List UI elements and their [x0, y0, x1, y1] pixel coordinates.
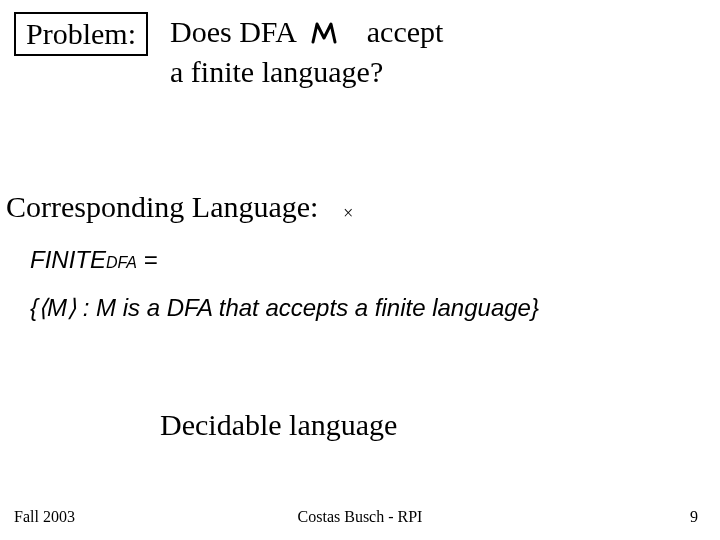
- problem-question-line2: a finite language?: [170, 52, 383, 92]
- corresponding-language-heading: Corresponding Language:: [6, 190, 318, 224]
- text-dfa-sub: DFA: [106, 254, 137, 271]
- text-M-var: M: [47, 294, 67, 321]
- cursor-cross: ×: [342, 203, 354, 224]
- text-does-dfa: Does DFA: [170, 15, 295, 48]
- symbol-M: [310, 16, 344, 56]
- finite-definition-set: {⟨M⟩ : M is a DFA that accepts a finite …: [30, 294, 539, 322]
- text-accept: accept: [367, 15, 444, 48]
- text-corresponding: Corresponding Language:: [6, 190, 318, 223]
- text-finite-lang: a finite language?: [170, 55, 383, 88]
- problem-question-line1: Does DFA accept: [170, 12, 443, 56]
- finite-definition-lhs: FINITEDFA =: [30, 246, 158, 274]
- text-set-open: {⟨: [30, 294, 47, 321]
- text-M-var2: M: [96, 294, 116, 321]
- footer-author: Costas Busch - RPI: [0, 508, 720, 526]
- decidable-language-text: Decidable language: [160, 408, 397, 442]
- text-set-rest: is a DFA that accepts a finite language}: [123, 294, 539, 321]
- equals-sign: =: [143, 246, 157, 273]
- text-set-mid: ⟩ :: [67, 294, 96, 321]
- text-decidable: Decidable language: [160, 408, 397, 441]
- problem-label: Problem:: [26, 17, 136, 50]
- footer-page-number: 9: [690, 508, 698, 526]
- problem-label-box: Problem:: [14, 12, 148, 56]
- text-finite: FINITE: [30, 246, 106, 273]
